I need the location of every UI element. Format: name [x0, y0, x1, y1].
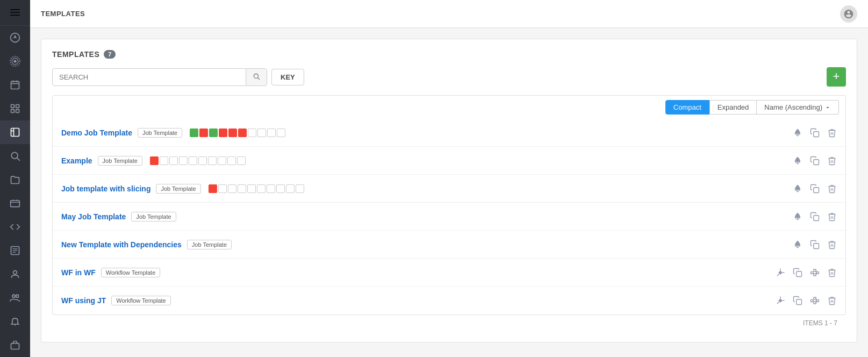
row-actions	[776, 268, 837, 277]
expanded-view-button[interactable]: Expanded	[709, 100, 757, 115]
svg-line-19	[17, 158, 20, 161]
activity-icon	[10, 56, 20, 67]
search-input[interactable]	[53, 69, 246, 85]
sidebar-item-schedules[interactable]	[0, 73, 30, 97]
launch-button[interactable]	[793, 240, 802, 249]
trash-icon	[827, 156, 837, 166]
launch-button[interactable]	[793, 128, 802, 138]
status-dot	[219, 128, 227, 137]
key-button[interactable]: KEY	[271, 69, 304, 85]
card-title: TEMPLATES	[52, 50, 99, 59]
svg-point-29	[12, 295, 15, 297]
svg-line-58	[816, 298, 816, 301]
status-dot	[227, 156, 236, 165]
sidebar-item-inventories[interactable]	[0, 191, 30, 215]
sidebar-item-activity[interactable]	[0, 49, 30, 73]
sidebar-item-projects[interactable]	[0, 168, 30, 191]
menu-icon	[10, 8, 20, 17]
rocket-icon	[776, 296, 785, 305]
copy-icon	[810, 240, 820, 249]
status-dot	[190, 128, 198, 137]
delete-button[interactable]	[827, 212, 837, 222]
template-name-link[interactable]: WF in WF	[61, 268, 96, 277]
copy-button[interactable]	[810, 240, 820, 249]
copy-icon	[810, 184, 820, 194]
trash-icon	[827, 296, 837, 305]
add-template-button[interactable]: +	[827, 67, 846, 87]
template-name-link[interactable]: New Template with Dependencies	[61, 240, 182, 249]
delete-button[interactable]	[827, 240, 837, 249]
copy-button[interactable]	[810, 212, 820, 222]
compact-view-button[interactable]: Compact	[665, 100, 709, 115]
delete-button[interactable]	[827, 128, 837, 138]
toolbar: KEY +	[52, 67, 846, 87]
sidebar-item-settings[interactable]	[0, 333, 30, 357]
trash-icon	[827, 128, 837, 138]
bell-icon	[10, 316, 20, 327]
copy-button[interactable]	[810, 128, 820, 138]
template-name-link[interactable]: Job template with slicing	[61, 184, 150, 193]
template-name-link[interactable]: May Job Template	[61, 212, 126, 221]
row-actions	[776, 296, 837, 305]
sidebar-menu-toggle[interactable]	[0, 0, 30, 26]
delete-button[interactable]	[827, 184, 837, 194]
row-actions	[793, 128, 837, 138]
templates-card: TEMPLATES 7 KEY + Compact Expand	[41, 39, 857, 342]
rocket-icon	[793, 128, 802, 138]
topbar-avatar[interactable]	[840, 5, 857, 23]
search-wrap	[52, 68, 267, 86]
card-header: TEMPLATES 7	[52, 50, 846, 59]
svg-rect-43	[811, 272, 814, 274]
code-icon	[10, 222, 20, 232]
row-actions	[793, 240, 837, 249]
jobs-icon	[10, 103, 20, 114]
status-dot	[218, 184, 227, 193]
launch-button[interactable]	[793, 212, 802, 222]
search-button[interactable]	[246, 69, 267, 85]
avatar-icon	[843, 9, 854, 19]
launch-button[interactable]	[793, 156, 802, 166]
template-name-link[interactable]: Demo Job Template	[61, 128, 132, 137]
status-dot	[218, 156, 226, 165]
template-type-badge: Job Template	[138, 128, 182, 138]
sidebar-item-templates[interactable]	[0, 120, 30, 144]
template-type-badge: Job Template	[98, 156, 142, 166]
svg-rect-54	[814, 297, 816, 299]
topbar-title: TEMPLATES	[41, 10, 840, 18]
copy-button[interactable]	[810, 156, 820, 166]
delete-button[interactable]	[827, 268, 837, 277]
delete-button[interactable]	[827, 156, 837, 166]
sort-button[interactable]: Name (Ascending)	[757, 100, 839, 115]
sidebar-item-teams[interactable]	[0, 286, 30, 310]
status-dot	[198, 156, 207, 165]
visualizer-button[interactable]	[810, 296, 820, 305]
sidebar-item-code[interactable]	[0, 215, 30, 239]
templates-count-badge: 7	[104, 50, 116, 59]
trash-icon	[827, 184, 837, 194]
visualizer-button[interactable]	[810, 268, 820, 277]
reports-icon	[10, 245, 20, 256]
copy-button[interactable]	[793, 296, 802, 305]
sidebar-item-jobs[interactable]	[0, 97, 30, 120]
svg-rect-14	[16, 109, 19, 112]
template-name-link[interactable]: Example	[61, 156, 92, 165]
copy-button[interactable]	[810, 184, 820, 194]
table-row: ExampleJob Template	[53, 147, 845, 175]
sidebar-item-users[interactable]	[0, 262, 30, 286]
svg-line-49	[816, 273, 816, 275]
launch-button[interactable]	[793, 184, 802, 194]
status-dot	[199, 128, 208, 137]
delete-button[interactable]	[827, 296, 837, 305]
sidebar-item-notifications[interactable]	[0, 310, 30, 333]
topbar: TEMPLATES	[30, 0, 868, 28]
table-row: Job template with slicingJob Template	[53, 175, 845, 203]
copy-icon	[810, 156, 820, 166]
dashboard-icon	[10, 32, 20, 43]
copy-button[interactable]	[793, 268, 802, 277]
launch-button[interactable]	[776, 296, 785, 305]
sidebar-item-dashboard[interactable]	[0, 26, 30, 49]
sidebar-item-reports[interactable]	[0, 239, 30, 262]
sidebar-item-search[interactable]	[0, 144, 30, 168]
launch-button[interactable]	[776, 268, 785, 277]
template-name-link[interactable]: WF using JT	[61, 296, 106, 305]
